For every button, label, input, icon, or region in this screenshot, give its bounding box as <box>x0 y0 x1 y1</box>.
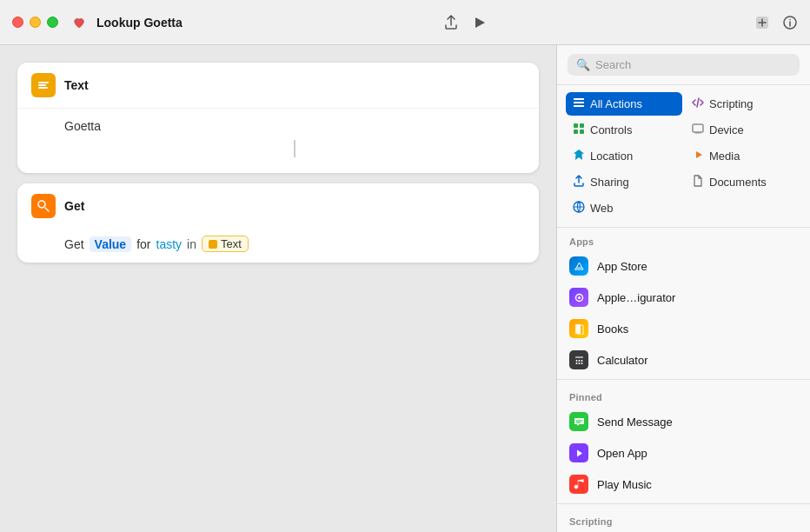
lookup-text-token[interactable]: Text <box>202 236 249 252</box>
app-store-label: App Store <box>597 260 647 273</box>
svg-point-25 <box>575 362 577 364</box>
list-item[interactable]: Apple…igurator <box>557 282 810 313</box>
all-actions-label: All Actions <box>590 97 642 110</box>
scripting-section-label: Scripting <box>557 508 810 530</box>
svg-rect-15 <box>693 124 703 132</box>
lookup-card-content: Get Value for tasty in Text <box>17 229 539 263</box>
svg-point-7 <box>38 201 45 208</box>
text-card-title: Text <box>64 78 89 92</box>
lookup-card-title: Get <box>64 199 84 213</box>
minimize-button[interactable] <box>30 17 41 28</box>
web-label: Web <box>590 202 614 215</box>
device-label: Device <box>709 123 744 136</box>
list-item[interactable]: Books <box>557 313 810 344</box>
documents-label: Documents <box>709 176 767 189</box>
run-button[interactable] <box>471 15 487 30</box>
svg-point-26 <box>578 362 580 364</box>
documents-icon <box>692 175 704 190</box>
lookup-in-label: in <box>187 237 196 251</box>
books-icon <box>569 319 588 338</box>
list-item[interactable]: App Store <box>557 250 810 282</box>
title-actions <box>443 15 798 30</box>
sidebar-item-documents[interactable]: Documents <box>685 170 801 194</box>
svg-point-22 <box>575 360 577 362</box>
web-icon <box>573 201 585 216</box>
books-label: Books <box>597 323 628 336</box>
svg-rect-5 <box>38 84 46 86</box>
info-button[interactable] <box>782 15 798 30</box>
svg-rect-9 <box>574 102 584 103</box>
open-app-icon <box>569 443 588 462</box>
apple-configurator-label: Apple…igurator <box>597 291 675 304</box>
svg-point-3 <box>789 18 791 20</box>
text-card-icon <box>31 73 56 97</box>
traffic-lights <box>12 17 58 28</box>
svg-rect-21 <box>575 356 583 358</box>
sidebar-item-media[interactable]: Media <box>685 144 801 168</box>
send-message-icon <box>569 412 588 431</box>
text-card: Text Goetta <box>17 63 539 173</box>
sidebar-item-controls[interactable]: Controls <box>566 118 682 142</box>
resize-handle[interactable] <box>294 140 295 157</box>
sharing-label: Sharing <box>590 176 629 189</box>
lookup-card-icon <box>31 194 56 218</box>
share-button[interactable] <box>443 15 459 30</box>
list-item[interactable]: Open App <box>557 437 810 469</box>
search-box[interactable]: 🔍 <box>568 54 800 76</box>
svg-rect-4 <box>38 82 49 83</box>
lookup-token-dot <box>209 240 217 249</box>
svg-rect-13 <box>574 130 578 134</box>
scripting-label: Scripting <box>709 97 754 110</box>
list-item[interactable]: Play Music <box>557 469 810 500</box>
list-item[interactable]: Send Message <box>557 406 810 437</box>
sidebar-search-area: 🔍 <box>557 45 810 85</box>
svg-rect-11 <box>574 123 578 128</box>
svg-point-23 <box>578 360 580 362</box>
maximize-button[interactable] <box>47 17 58 28</box>
list-item[interactable]: Calculator <box>557 344 810 376</box>
scripting-icon <box>692 96 704 111</box>
divider <box>557 503 810 504</box>
lookup-value-token[interactable]: Value <box>90 236 132 252</box>
open-app-label: Open App <box>597 447 647 460</box>
calculator-icon <box>569 350 588 369</box>
close-button[interactable] <box>12 17 23 28</box>
sidebar-item-web[interactable]: Web <box>566 196 682 220</box>
svg-rect-6 <box>38 87 48 89</box>
window-title: Lookup Goetta <box>96 16 443 30</box>
media-label: Media <box>709 150 740 163</box>
controls-label: Controls <box>590 123 632 136</box>
sharing-icon <box>573 175 585 190</box>
play-music-label: Play Music <box>597 478 652 491</box>
add-action-button[interactable] <box>754 15 770 30</box>
svg-point-27 <box>581 362 582 364</box>
apps-section-label: Apps <box>557 228 810 250</box>
category-nav: All Actions Scripting <box>557 85 810 228</box>
canvas: Text Goetta Get Get Value f <box>0 45 556 532</box>
sidebar-item-all-actions[interactable]: All Actions <box>566 92 682 116</box>
play-music-icon <box>569 475 588 494</box>
lookup-card-header: Get <box>17 183 539 229</box>
sidebar-item-scripting[interactable]: Scripting <box>685 92 801 116</box>
sidebar: 🔍 All Actions <box>556 45 810 532</box>
divider <box>557 379 810 380</box>
calculator-label: Calculator <box>597 354 648 367</box>
pinned-section-label: Pinned <box>557 383 810 406</box>
sidebar-item-sharing[interactable]: Sharing <box>566 170 682 194</box>
search-icon: 🔍 <box>576 58 590 71</box>
search-input[interactable] <box>595 58 791 71</box>
device-icon <box>692 123 704 137</box>
text-card-value[interactable]: Goetta <box>64 116 525 136</box>
lookup-get-label: Get <box>64 237 84 251</box>
send-message-label: Send Message <box>597 416 673 429</box>
lookup-key-token[interactable]: tasty <box>156 237 183 251</box>
lookup-card: Get Get Value for tasty in Text <box>17 183 539 263</box>
sidebar-item-location[interactable]: Location <box>566 144 682 168</box>
svg-rect-10 <box>574 105 584 107</box>
text-card-header: Text <box>17 63 539 108</box>
sidebar-item-device[interactable]: Device <box>685 118 801 142</box>
svg-point-18 <box>578 296 581 299</box>
app-store-icon <box>569 256 588 276</box>
text-card-body: Goetta <box>17 108 539 173</box>
app-icon <box>69 12 90 33</box>
